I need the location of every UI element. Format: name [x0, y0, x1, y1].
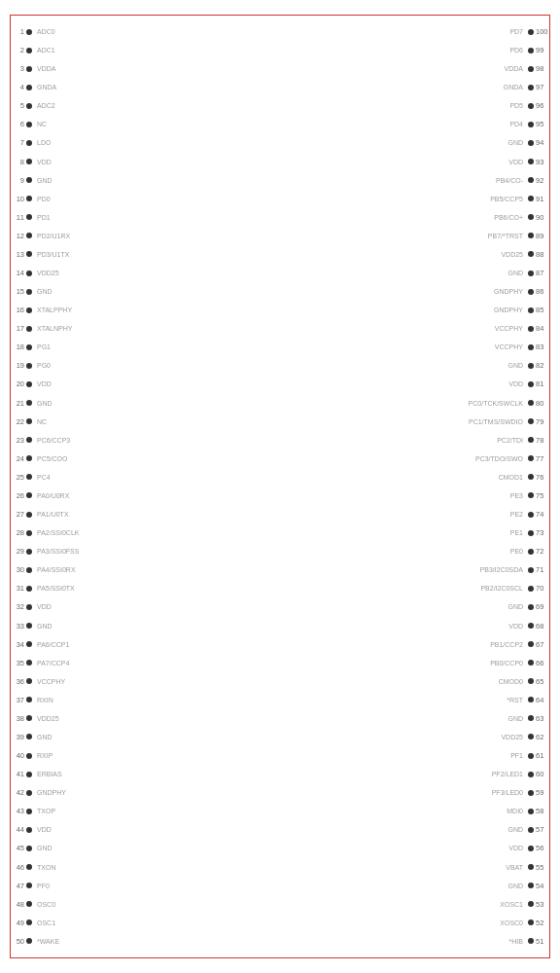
pin-dot — [528, 753, 534, 759]
pin-row-left-34: 34PA6/CCP1 — [11, 636, 225, 653]
pin-label: PD3/U1TX — [37, 251, 69, 258]
pin-row-right-76: 76CMOD1 — [335, 469, 549, 486]
pin-dot — [528, 400, 534, 406]
pin-label: PA7/CCP4 — [37, 660, 69, 667]
pin-dot — [26, 103, 32, 109]
pin-label: PD4 — [509, 121, 523, 127]
pin-label: VDDA — [505, 65, 523, 72]
pin-dot — [26, 660, 32, 666]
pin-row-right-88: 88VDD25 — [335, 246, 549, 263]
pin-label: PA6/CCP1 — [37, 641, 69, 648]
pin-dot — [528, 159, 534, 164]
pin-label: MDI0 — [507, 808, 523, 814]
pin-number: 18 — [11, 342, 24, 351]
pin-dot — [26, 846, 32, 851]
pin-number: 15 — [11, 287, 24, 296]
pin-number: 55 — [536, 863, 549, 872]
pin-number: 26 — [11, 491, 24, 500]
pins-wrapper: 1ADC02ADC13VDDA4GNDA5ADC26NC7LDO8VDD9GND… — [11, 16, 549, 957]
pin-label: XOSC0 — [500, 919, 523, 926]
pin-row-left-49: 49OSC1 — [11, 915, 225, 931]
pin-label: VDD — [508, 380, 523, 387]
pin-row-left-40: 40RXIP — [11, 747, 225, 764]
pin-label: PG0 — [37, 362, 51, 369]
pin-label: GND — [37, 177, 52, 184]
pin-row-right-62: 62VDD25 — [335, 729, 549, 745]
pin-label: PD5 — [509, 102, 523, 109]
pin-number: 39 — [11, 733, 24, 741]
pin-number: 24 — [11, 454, 24, 463]
pin-dot — [528, 567, 534, 573]
pin-dot — [528, 122, 534, 127]
pin-number: 94 — [536, 138, 549, 147]
pin-dot — [528, 678, 534, 684]
pin-label: GND — [37, 845, 52, 851]
pin-number: 16 — [11, 306, 24, 314]
pin-label: PC0/TCK/SWCLK — [469, 400, 523, 407]
pin-dot — [528, 85, 534, 90]
pin-label: GNDPHY — [494, 306, 523, 313]
pin-number: 72 — [536, 547, 549, 556]
pin-row-right-86: 86GNDPHY — [335, 283, 549, 300]
pin-dot — [528, 455, 534, 461]
pin-row-left-30: 30PA4/SSI0RX — [11, 561, 225, 578]
pin-row-left-3: 3VDDA — [11, 60, 225, 77]
pin-number: 71 — [536, 565, 549, 574]
pin-row-right-91: 91PB5/CCP5 — [335, 191, 549, 207]
pin-label: PC1/TMS/SWDIO — [469, 418, 523, 425]
pin-number: 21 — [11, 399, 24, 408]
pin-dot — [528, 549, 534, 555]
pin-number: 12 — [11, 232, 24, 240]
pin-dot — [26, 400, 32, 406]
pin-number: 98 — [536, 64, 549, 73]
pin-dot — [528, 289, 534, 295]
pin-number: 5 — [11, 101, 24, 110]
pin-label: CMOD0 — [499, 678, 523, 685]
pin-row-left-23: 23PC6/CCP3 — [11, 432, 225, 449]
pin-number: 85 — [536, 306, 549, 314]
pin-label: OSC1 — [37, 919, 55, 926]
pin-label: NC — [37, 121, 47, 127]
pin-label: VDDA — [37, 65, 55, 72]
pin-dot — [26, 567, 32, 573]
pin-dot — [26, 604, 32, 610]
pin-row-left-6: 6NC — [11, 116, 225, 132]
pin-number: 27 — [11, 510, 24, 519]
pin-number: 66 — [536, 659, 549, 667]
pin-number: 41 — [11, 770, 24, 778]
pin-row-left-39: 39GND — [11, 729, 225, 745]
pin-dot — [528, 938, 534, 944]
pin-label: PA3/SSI0FSS — [37, 548, 79, 555]
pin-number: 76 — [536, 473, 549, 482]
pin-dot — [528, 381, 534, 387]
pin-row-left-29: 29PA3/SSI0FSS — [11, 543, 225, 559]
pin-label: PA4/SSI0RX — [37, 566, 76, 573]
pin-dot — [26, 492, 32, 498]
pin-row-left-38: 38VDD25 — [11, 710, 225, 727]
pin-number: 42 — [11, 788, 24, 797]
pin-label: *RST — [507, 697, 523, 703]
chip-body: 1ADC02ADC13VDDA4GNDA5ADC26NC7LDO8VDD9GND… — [10, 15, 550, 958]
pin-dot — [528, 492, 534, 498]
pin-number: 22 — [11, 417, 24, 426]
pin-label: PB7/*TRST — [488, 233, 523, 239]
pin-number: 63 — [536, 714, 549, 723]
pin-dot — [26, 233, 32, 238]
pin-label: PE2 — [510, 511, 523, 518]
pin-dot — [26, 140, 32, 146]
pin-label: VDD — [37, 603, 52, 610]
pin-row-right-90: 90PB6/CO+ — [335, 209, 549, 226]
pin-number: 8 — [11, 158, 24, 166]
pin-dot — [26, 715, 32, 721]
pin-row-right-77: 77PC3/TDO/SWO — [335, 450, 549, 467]
pin-label: PD0 — [37, 196, 51, 202]
pin-number: 64 — [536, 696, 549, 704]
pin-label: PC4 — [37, 474, 51, 481]
pin-label: VCCPHY — [37, 678, 65, 685]
pin-label: OSC0 — [37, 901, 55, 908]
pin-dot — [26, 864, 32, 870]
pin-dot — [528, 772, 534, 777]
pin-dot — [26, 344, 32, 350]
pin-dot — [528, 233, 534, 238]
pin-label: GND — [37, 288, 52, 295]
